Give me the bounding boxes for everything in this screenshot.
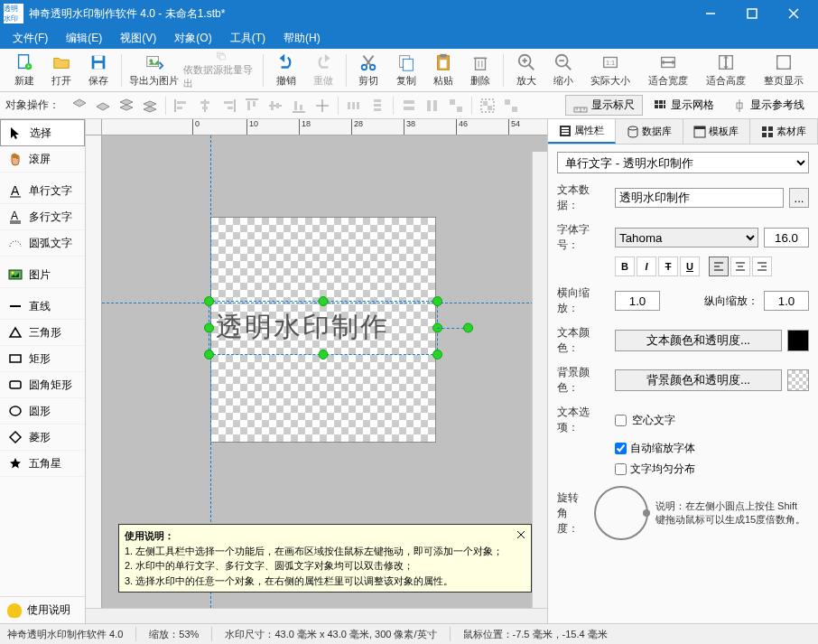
undo-button[interactable]: 撤销 <box>267 51 304 90</box>
tool-multi-text[interactable]: A多行文字 <box>0 204 85 230</box>
menu-object[interactable]: 对象(O) <box>167 29 218 48</box>
align-middle-v-icon[interactable] <box>265 95 286 117</box>
same-width-icon[interactable] <box>398 95 420 117</box>
show-ruler-toggle[interactable]: 显示标尺 <box>565 95 643 116</box>
paste-button[interactable]: 粘贴 <box>424 51 461 90</box>
hscale-input[interactable] <box>615 291 660 311</box>
new-button[interactable]: +新建 <box>5 51 42 90</box>
align-left-icon[interactable] <box>171 95 192 117</box>
copy-button[interactable]: 复制 <box>387 51 424 90</box>
maximize-button[interactable] <box>731 0 773 27</box>
batch-export-button[interactable]: 依数据源批量导出 <box>183 51 260 90</box>
rotation-handle[interactable] <box>463 323 473 333</box>
tab-materials[interactable]: 素材库 <box>750 119 818 144</box>
text-data-input[interactable] <box>615 188 784 208</box>
menu-help[interactable]: 帮助(H) <box>276 29 328 48</box>
handle-w[interactable] <box>204 323 214 333</box>
horizontal-scrollbar[interactable] <box>86 608 547 623</box>
fit-height-button[interactable]: 适合高度 <box>697 51 755 90</box>
tab-database[interactable]: 数据库 <box>616 119 683 144</box>
handle-se[interactable] <box>432 350 442 359</box>
cut-button[interactable]: 剪切 <box>350 51 387 90</box>
vertical-ruler[interactable] <box>86 135 102 608</box>
handle-n[interactable] <box>319 296 329 306</box>
font-size-input[interactable] <box>764 228 809 247</box>
tool-single-text[interactable]: A单行文字 <box>0 178 85 204</box>
align-top-icon[interactable] <box>241 95 263 117</box>
tip-close-icon[interactable] <box>515 528 527 541</box>
even-distribute-checkbox[interactable] <box>615 463 627 475</box>
italic-button[interactable]: I <box>637 257 656 276</box>
zoom-out-button[interactable]: 缩小 <box>544 51 581 90</box>
fit-page-button[interactable]: 整页显示 <box>755 51 813 90</box>
minimize-button[interactable] <box>690 0 731 27</box>
handle-s[interactable] <box>319 350 329 359</box>
tool-arc-text[interactable]: 圆弧文字 <box>0 230 85 257</box>
same-height-icon[interactable] <box>422 95 443 117</box>
bg-color-button[interactable]: 背景颜色和透明度... <box>615 369 782 391</box>
same-size-icon[interactable] <box>445 95 467 117</box>
save-button[interactable]: 保存 <box>80 51 117 90</box>
vertical-scrollbar[interactable] <box>532 152 547 608</box>
align-center-button[interactable] <box>730 257 750 276</box>
hollow-text-checkbox[interactable] <box>615 415 627 426</box>
delete-button[interactable]: 删除 <box>462 51 499 90</box>
tab-templates[interactable]: 模板库 <box>683 119 751 144</box>
help-button[interactable]: 使用说明 <box>0 596 85 623</box>
actual-size-button[interactable]: 1:1实际大小 <box>582 51 640 90</box>
layer-up-icon[interactable] <box>69 95 90 117</box>
tool-image[interactable]: 图片 <box>0 262 85 288</box>
layer-bottom-icon[interactable] <box>139 95 161 117</box>
tool-diamond[interactable]: 菱形 <box>0 425 85 451</box>
vscale-input[interactable] <box>764 291 809 311</box>
zoom-in-button[interactable]: 放大 <box>507 51 544 90</box>
align-bottom-icon[interactable] <box>288 95 310 117</box>
underline-button[interactable]: U <box>680 257 700 276</box>
tool-roundrect[interactable]: 圆角矩形 <box>0 372 85 398</box>
bold-button[interactable]: B <box>615 257 635 276</box>
menu-file[interactable]: 文件(F) <box>5 29 55 48</box>
tool-line[interactable]: 直线 <box>0 294 85 320</box>
tool-select[interactable]: 选择 <box>0 119 85 146</box>
align-center-h-icon[interactable] <box>194 95 216 117</box>
tool-star[interactable]: 五角星 <box>0 451 85 477</box>
handle-nw[interactable] <box>204 296 214 306</box>
fit-width-button[interactable]: 适合宽度 <box>639 51 697 90</box>
redo-button[interactable]: 重做 <box>305 51 342 90</box>
menu-view[interactable]: 视图(V) <box>113 29 163 48</box>
font-family-select[interactable]: Tahoma <box>615 228 758 247</box>
menu-edit[interactable]: 编辑(E) <box>59 29 109 48</box>
menu-tool[interactable]: 工具(T) <box>223 29 273 48</box>
distribute-h-icon[interactable] <box>343 95 365 117</box>
autoscale-font-checkbox[interactable] <box>615 443 627 454</box>
align-center-icon[interactable] <box>311 95 333 117</box>
canvas[interactable]: 透明水印制作 使用说明： 1. 左侧工具栏中选择一个功能后，在画 <box>102 135 547 608</box>
text-color-button[interactable]: 文本颜色和透明度... <box>615 330 782 351</box>
tool-triangle[interactable]: 三角形 <box>0 320 85 346</box>
layer-down-icon[interactable] <box>92 95 114 117</box>
open-button[interactable]: 打开 <box>42 51 79 90</box>
text-data-more-button[interactable]: ... <box>789 188 809 208</box>
ungroup-icon[interactable] <box>500 95 522 117</box>
rotation-dial[interactable] <box>594 486 648 540</box>
align-right-button[interactable] <box>752 257 772 276</box>
object-selector[interactable]: 单行文字 - 透明水印制作 <box>557 152 809 173</box>
handle-sw[interactable] <box>204 350 214 359</box>
tool-ellipse[interactable]: 圆形 <box>0 398 85 425</box>
handle-ne[interactable] <box>432 296 442 306</box>
horizontal-ruler[interactable]: 0 10 18 28 38 46 54 <box>102 119 547 135</box>
align-left-button[interactable] <box>709 257 729 276</box>
distribute-v-icon[interactable] <box>367 95 388 117</box>
export-image-button[interactable]: 导出为图片 <box>125 51 183 90</box>
strike-button[interactable]: T <box>658 257 678 276</box>
show-grid-toggle[interactable]: 显示网格 <box>645 95 722 116</box>
group-icon[interactable] <box>477 95 498 117</box>
selection-box[interactable] <box>209 301 438 355</box>
align-right-icon[interactable] <box>218 95 239 117</box>
close-button[interactable] <box>773 0 814 27</box>
tab-properties[interactable]: 属性栏 <box>548 119 616 144</box>
layer-top-icon[interactable] <box>116 95 137 117</box>
tool-rect[interactable]: 矩形 <box>0 346 85 372</box>
tool-pan[interactable]: 滚屏 <box>0 146 85 173</box>
show-guide-toggle[interactable]: 显示参考线 <box>724 95 813 116</box>
